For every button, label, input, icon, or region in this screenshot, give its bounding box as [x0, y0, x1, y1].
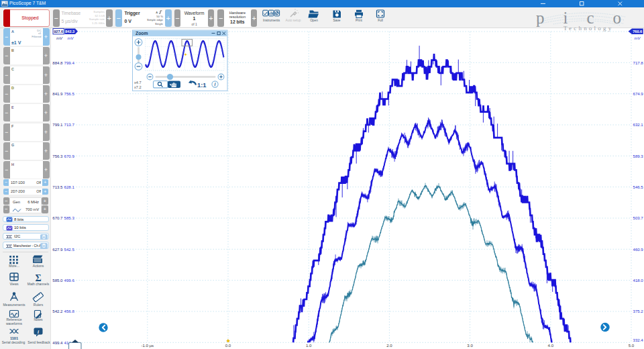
svg-text:x7.2: x7.2 — [134, 85, 142, 89]
svg-text:Zoom: Zoom — [136, 31, 148, 36]
svg-text:x4.7: x4.7 — [134, 81, 142, 85]
svg-text:1:1: 1:1 — [197, 81, 207, 89]
